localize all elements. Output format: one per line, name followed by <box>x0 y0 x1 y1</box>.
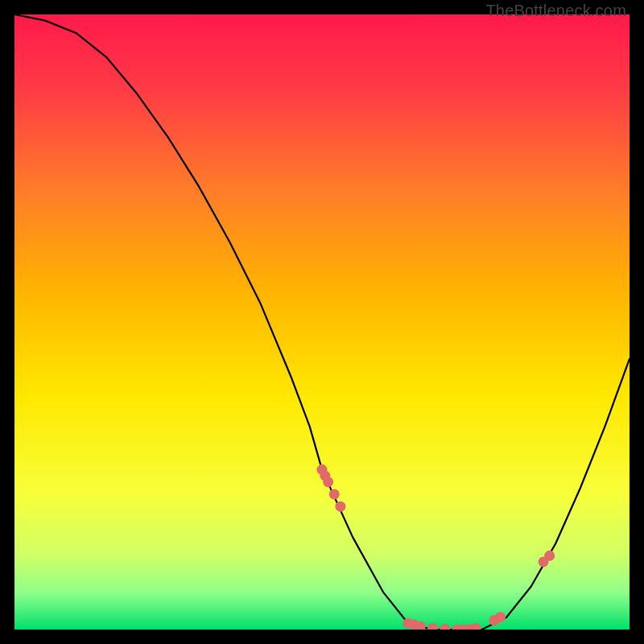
data-point <box>329 489 340 499</box>
chart-svg <box>14 14 630 630</box>
chart-background <box>14 14 630 630</box>
data-point <box>323 477 333 487</box>
chart-frame <box>14 14 630 630</box>
data-point <box>495 612 506 622</box>
watermark-text: TheBottleneck.com <box>485 2 626 20</box>
data-point <box>544 551 555 561</box>
data-point <box>335 502 345 512</box>
